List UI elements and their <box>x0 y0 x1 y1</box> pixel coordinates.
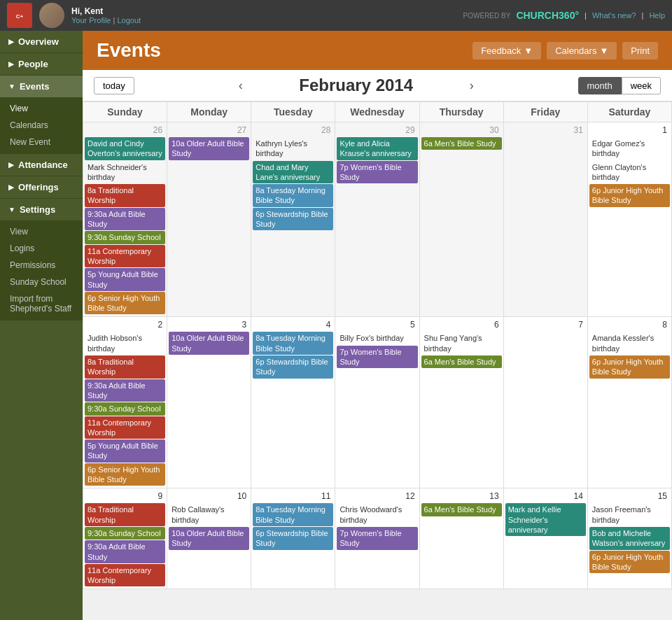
prev-month-button[interactable]: ‹ <box>234 78 247 93</box>
event[interactable]: 11a Contemporary Worship <box>85 564 165 587</box>
date-label: 14 <box>505 490 586 502</box>
event[interactable]: 11a Contemporary Worship <box>85 245 165 268</box>
event[interactable]: Jason Freeman's birthday <box>589 503 670 526</box>
logout-link[interactable]: Logout <box>117 16 141 24</box>
event[interactable]: 10a Older Adult Bible Study <box>169 527 249 550</box>
week-view-button[interactable]: week <box>622 77 661 94</box>
sidebar-sub-view[interactable]: View <box>0 100 83 117</box>
profile-link[interactable]: Your Profile <box>71 16 111 24</box>
print-button[interactable]: Print <box>622 42 658 59</box>
event[interactable]: Mark Schneider's birthday <box>85 161 165 184</box>
event[interactable]: Shu Fang Yang's birthday <box>421 332 502 355</box>
event[interactable]: 9:30a Adult Bible Study <box>85 208 165 231</box>
powered-by-label: POWERED BY <box>463 12 511 20</box>
event[interactable]: 6p Senior High Youth Bible Study <box>85 292 165 315</box>
event[interactable]: 9:30a Sunday School <box>85 527 165 540</box>
event[interactable]: Billy Fox's birthday <box>337 332 417 344</box>
sidebar-item-settings[interactable]: ▼ Settings <box>0 199 83 220</box>
sidebar-section-people: ▶ People <box>0 53 83 76</box>
event[interactable]: 6p Junior High Youth Bible Study <box>589 551 670 574</box>
event[interactable]: Amanda Kessler's birthday <box>589 332 670 355</box>
event[interactable]: 6p Stewardship Bible Study <box>253 527 333 550</box>
date-label: 12 <box>337 490 417 502</box>
event[interactable]: 5p Young Adult Bible Study <box>85 439 165 463</box>
next-month-button[interactable]: › <box>465 78 478 93</box>
event[interactable]: 6p Stewardship Bible Study <box>253 208 333 231</box>
event[interactable]: Glenn Clayton's birthday <box>589 161 670 184</box>
today-button[interactable]: today <box>94 77 134 94</box>
church360-brand: CHURCH360° <box>516 10 579 21</box>
date-label: 7 <box>505 318 586 331</box>
event[interactable]: 8a Tuesday Morning Bible Study <box>253 184 333 207</box>
sidebar-section-attendance: ▶ Attendance <box>0 154 83 176</box>
svg-text:C+: C+ <box>16 13 24 20</box>
event[interactable]: Rob Callaway's birthday <box>169 503 249 526</box>
event[interactable]: 7p Women's Bible Study <box>337 346 417 369</box>
offerings-arrow: ▶ <box>8 183 14 191</box>
event[interactable]: 6p Junior High Youth Bible Study <box>589 355 670 379</box>
event[interactable]: 10a Older Adult Bible Study <box>169 137 249 160</box>
calendar-nav: ‹ February 2014 › <box>234 76 478 95</box>
event[interactable]: 8a Tuesday Morning Bible Study <box>253 503 333 526</box>
event[interactable]: 8a Traditional Worship <box>85 184 165 207</box>
sidebar-sub-calendars[interactable]: Calendars <box>0 117 83 134</box>
calendar-row-2: 2 Judith Hobson's birthday 8a Traditiona… <box>83 317 672 488</box>
calendar-row-1: 26 David and Cindy Overton's anniversary… <box>83 122 672 317</box>
sidebar-sub-import[interactable]: Import from Shepherd's Staff <box>0 290 83 317</box>
event[interactable]: 6p Senior High Youth Bible Study <box>85 463 165 486</box>
col-wednesday: Wednesday <box>335 102 419 122</box>
event[interactable]: 6p Stewardship Bible Study <box>253 355 333 379</box>
overview-arrow: ▶ <box>8 38 14 45</box>
event[interactable]: Judith Hobson's birthday <box>85 332 165 355</box>
event[interactable]: Chris Woodward's birthday <box>337 503 417 526</box>
sidebar-sub-permissions[interactable]: Permissions <box>0 257 83 274</box>
col-monday: Monday <box>167 102 251 122</box>
feedback-button[interactable]: Feedback ▼ <box>472 42 541 59</box>
event[interactable]: 9:30a Adult Bible Study <box>85 540 165 563</box>
event[interactable]: 8a Traditional Worship <box>85 503 165 526</box>
cell-jan27: 27 10a Older Adult Bible Study <box>167 122 251 317</box>
event[interactable]: Edgar Gomez's birthday <box>589 137 670 160</box>
sidebar-sub-settings-view[interactable]: View <box>0 223 83 240</box>
event[interactable]: 6a Men's Bible Study <box>421 355 502 368</box>
event[interactable]: Kyle and Alicia Krause's anniversary <box>337 137 417 160</box>
sidebar-sub-sunday-school[interactable]: Sunday School <box>0 274 83 290</box>
event[interactable]: 9:30a Sunday School <box>85 402 165 415</box>
event[interactable]: 6a Men's Bible Study <box>421 137 502 150</box>
whats-new-link[interactable]: What's new? <box>592 11 636 20</box>
event[interactable]: 6a Men's Bible Study <box>421 503 502 516</box>
sidebar-sub-new-event[interactable]: New Event <box>0 134 83 150</box>
event[interactable]: 7p Women's Bible Study <box>337 161 417 184</box>
event[interactable]: Mark and Kellie Schneider's anniversary <box>505 503 586 536</box>
event[interactable]: 8a Tuesday Morning Bible Study <box>253 332 333 355</box>
event[interactable]: 6p Junior High Youth Bible Study <box>589 184 670 207</box>
event[interactable]: Kathryn Lyles's birthday <box>253 137 333 160</box>
date-label: 10 <box>169 490 249 502</box>
calendar-toolbar: today ‹ February 2014 › month week <box>83 70 672 101</box>
event[interactable]: Bob and Michelle Watson's anniversary <box>589 527 670 550</box>
sidebar-item-people[interactable]: ▶ People <box>0 53 83 75</box>
event[interactable]: 11a Contemporary Worship <box>85 416 165 439</box>
event[interactable]: David and Cindy Overton's anniversary <box>85 137 165 160</box>
sidebar-item-events[interactable]: ▼ Events <box>0 76 83 97</box>
event[interactable]: 7p Women's Bible Study <box>337 527 417 550</box>
cell-jan28: 28 Kathryn Lyles's birthday Chad and Mar… <box>251 122 335 317</box>
sidebar-item-overview[interactable]: ▶ Overview <box>0 31 83 52</box>
sidebar-sub-logins[interactable]: Logins <box>0 240 83 257</box>
help-link[interactable]: Help <box>649 11 665 20</box>
month-view-button[interactable]: month <box>578 77 622 94</box>
sidebar-item-attendance[interactable]: ▶ Attendance <box>0 154 83 176</box>
calendar-row-3: 9 8a Traditional Worship 9:30a Sunday Sc… <box>83 488 672 589</box>
event[interactable]: 5p Young Adult Bible Study <box>85 268 165 291</box>
event[interactable]: 9:30a Adult Bible Study <box>85 379 165 402</box>
calendars-button[interactable]: Calendars ▼ <box>547 42 617 59</box>
cell-feb1: 1 Edgar Gomez's birthday Glenn Clayton's… <box>587 122 671 317</box>
event[interactable]: 10a Older Adult Bible Study <box>169 332 249 355</box>
event[interactable]: Chad and Mary Lane's anniversary <box>253 161 333 184</box>
event[interactable]: 8a Traditional Worship <box>85 355 165 379</box>
event[interactable]: 9:30a Sunday School <box>85 231 165 244</box>
sidebar-label-people: People <box>18 59 48 69</box>
sidebar-item-offerings[interactable]: ▶ Offerings <box>0 176 83 198</box>
topbar-right: POWERED BY CHURCH360° | What's new? | He… <box>463 10 665 21</box>
cell-jan29: 29 Kyle and Alicia Krause's anniversary … <box>335 122 419 317</box>
